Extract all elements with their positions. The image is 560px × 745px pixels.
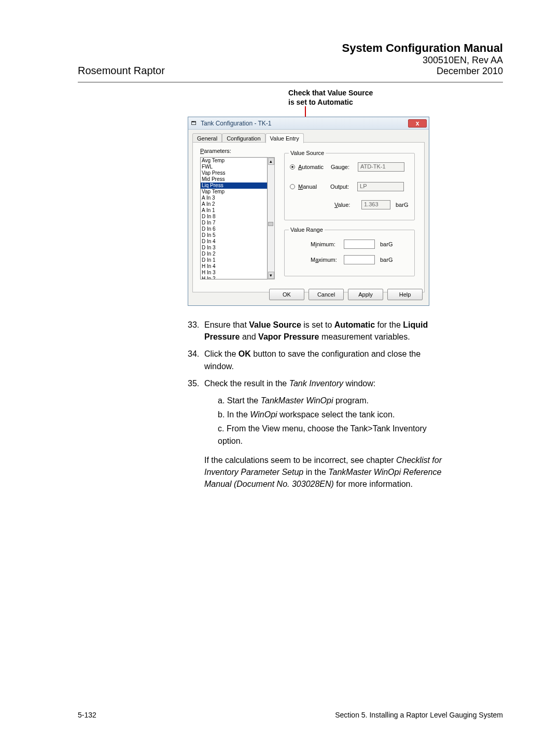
- scroll-track[interactable]: [268, 165, 274, 272]
- page-header: Rosemount Raptor System Configuration Ma…: [78, 41, 503, 82]
- maximum-unit: barG: [380, 257, 393, 263]
- value-label: Value:Value:: [334, 202, 359, 208]
- instruction-subitem: b. In the WinOpi workspace select the ta…: [218, 409, 447, 420]
- parameter-item[interactable]: Vap Press: [201, 170, 267, 176]
- parameter-item[interactable]: D In 4: [201, 238, 267, 245]
- gauge-field[interactable]: ATD-TK-1: [358, 162, 404, 172]
- manual-label: ManualManual: [298, 184, 317, 190]
- parameter-item[interactable]: FWL: [201, 164, 267, 170]
- parameter-item[interactable]: Avg Temp: [201, 158, 267, 164]
- minimum-field[interactable]: [344, 240, 375, 249]
- tab-bar: General Configuration Value Entry: [192, 133, 425, 143]
- footer-section: Section 5. Installing a Raptor Level Gau…: [335, 711, 503, 719]
- gauge-label: Gauge:: [331, 164, 356, 170]
- parameter-item[interactable]: A In 2: [201, 201, 267, 207]
- header-title: System Configuration Manual: [342, 41, 503, 55]
- parameter-item[interactable]: Vap Temp: [201, 189, 267, 195]
- value-range-legend: Value Range: [289, 227, 325, 233]
- parameter-item[interactable]: D In 6: [201, 226, 267, 232]
- dialog-button-row: OK Cancel Apply Help: [269, 289, 423, 300]
- value-field[interactable]: 1.363: [361, 200, 390, 209]
- parameter-item[interactable]: H In 2: [201, 276, 267, 279]
- tank-config-dialog: 🗔 Tank Configuration - TK-1 x General Co…: [188, 117, 429, 306]
- cancel-button[interactable]: Cancel: [309, 289, 344, 300]
- value-source-legend: Value Source: [289, 150, 326, 156]
- ok-button[interactable]: OK: [269, 289, 304, 300]
- manual-radio[interactable]: [290, 184, 295, 189]
- value-unit: barG: [396, 202, 408, 208]
- instruction-item: 34.Click the OK button to save the confi…: [188, 348, 447, 372]
- header-doc: 300510EN, Rev AA: [342, 55, 503, 66]
- callout-line1: Check that Value Source: [288, 89, 373, 97]
- parameter-item[interactable]: H In 4: [201, 263, 267, 270]
- output-label: Output:: [330, 184, 355, 190]
- value-range-group: Value Range Minimum:Minimum: barG Maximu…: [284, 230, 415, 276]
- maximum-field[interactable]: [344, 255, 375, 264]
- automatic-label: AAutomaticutomatic: [298, 164, 324, 170]
- scroll-down-button[interactable]: ▾: [268, 272, 274, 279]
- apply-button[interactable]: Apply: [348, 289, 383, 300]
- parameter-item[interactable]: D In 8: [201, 214, 267, 220]
- footer-page-number: 5-132: [78, 711, 96, 719]
- scroll-thumb[interactable]: [268, 222, 273, 226]
- instruction-subitem: a. Start the TankMaster WinOpi program.: [218, 395, 447, 406]
- followup-paragraph: If the calculations seem to be incorrect…: [204, 454, 447, 490]
- scroll-up-button[interactable]: ▴: [268, 158, 274, 165]
- minimum-label: Minimum:Minimum:: [311, 241, 342, 247]
- page-footer: 5-132 Section 5. Installing a Raptor Lev…: [78, 711, 503, 719]
- parameter-item[interactable]: D In 3: [201, 245, 267, 251]
- automatic-radio[interactable]: [290, 164, 295, 170]
- parameter-item[interactable]: Liq Press: [201, 182, 267, 189]
- minimum-unit: barG: [380, 241, 393, 247]
- parameter-item[interactable]: Mid Press: [201, 176, 267, 182]
- instruction-text: 33.Ensure that Value Source is set to Au…: [188, 319, 447, 490]
- figure-callout: Check that Value Source is set to Automa…: [288, 88, 373, 107]
- parameters-list-wrap: Avg TempFWLVap PressMid PressLiq PressVa…: [200, 157, 275, 279]
- window-icon: 🗔: [190, 120, 198, 127]
- instruction-item: 33.Ensure that Value Source is set to Au…: [188, 319, 447, 343]
- dialog-title: Tank Configuration - TK-1: [201, 120, 408, 127]
- parameters-scrollbar[interactable]: ▴ ▾: [268, 157, 275, 279]
- parameter-item[interactable]: A In 3: [201, 195, 267, 201]
- output-field[interactable]: LP: [357, 182, 404, 191]
- parameter-item[interactable]: D In 7: [201, 220, 267, 226]
- header-date: December 2010: [342, 66, 503, 77]
- header-product: Rosemount Raptor: [78, 65, 165, 77]
- dialog-body: General Configuration Value Entry Parame…: [188, 130, 429, 305]
- parameters-listbox[interactable]: Avg TempFWLVap PressMid PressLiq PressVa…: [200, 157, 268, 279]
- parameter-item[interactable]: D In 1: [201, 257, 267, 263]
- parameter-item[interactable]: D In 5: [201, 232, 267, 238]
- tab-panel: Parameters: Avg TempFWLVap PressMid Pres…: [192, 142, 425, 292]
- instruction-subitem: c. From the View menu, choose the Tank>T…: [218, 423, 447, 446]
- parameter-item[interactable]: D In 2: [201, 251, 267, 257]
- close-button[interactable]: x: [408, 119, 427, 128]
- value-source-group: Value Source AAutomaticutomatic Gauge: A…: [284, 153, 415, 220]
- instruction-item: 35.Check the result in the Tank Inventor…: [188, 377, 447, 389]
- header-right: System Configuration Manual 300510EN, Re…: [342, 41, 503, 77]
- dialog-titlebar[interactable]: 🗔 Tank Configuration - TK-1 x: [188, 117, 429, 130]
- maximum-label: Maximum:Maximum:: [311, 257, 342, 263]
- help-button[interactable]: Help: [387, 289, 423, 300]
- parameter-item[interactable]: H In 3: [201, 270, 267, 276]
- callout-line2: is set to Automatic: [288, 98, 353, 106]
- tab-value-entry[interactable]: Value Entry: [265, 133, 304, 143]
- parameter-item[interactable]: A In 1: [201, 207, 267, 214]
